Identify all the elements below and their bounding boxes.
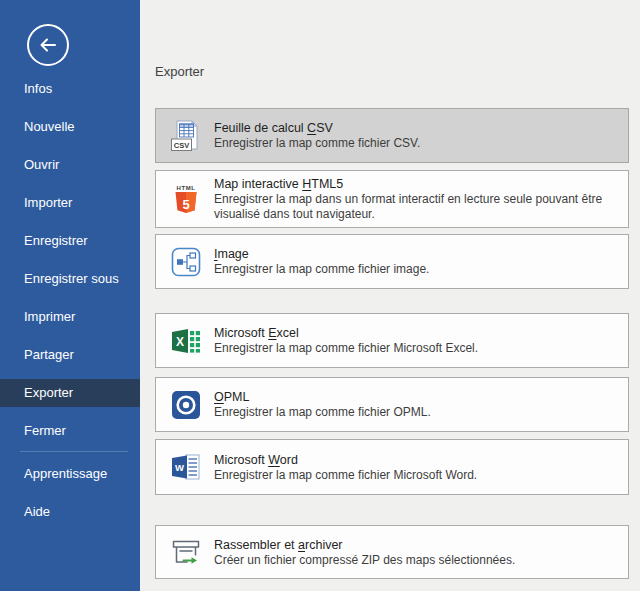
sidebar-item-fermer[interactable]: Fermer	[0, 417, 140, 445]
sidebar-item-infos[interactable]: Infos	[0, 75, 140, 103]
sidebar-divider	[20, 451, 128, 452]
excel-icon: X	[169, 324, 203, 358]
export-option-title: Rassembler et archiver	[214, 537, 515, 553]
sidebar-item-enregistrer[interactable]: Enregistrer	[0, 227, 140, 255]
sidebar-item-apprentissage[interactable]: Apprentissage	[0, 460, 140, 488]
svg-text:W: W	[175, 462, 184, 473]
title-segment: Microsoft	[214, 326, 268, 340]
title-segment: mage	[217, 247, 248, 261]
export-option-description: Enregistrer la map dans un format intera…	[214, 192, 620, 222]
sidebar-item-importer[interactable]: Importer	[0, 189, 140, 217]
export-option-description: Enregistrer la map comme fichier OPML.	[214, 405, 431, 420]
sidebar-item-enregistrer-sous[interactable]: Enregistrer sous	[0, 265, 140, 293]
sidebar-item-imprimer[interactable]: Imprimer	[0, 303, 140, 331]
image-map-icon	[169, 245, 203, 279]
html5-icon: HTML 5	[169, 182, 203, 216]
archive-icon	[169, 535, 203, 569]
page-title: Exporter	[155, 64, 204, 79]
export-option-title: Map interactive HTML5	[214, 176, 620, 192]
title-segment: Microsoft	[214, 453, 268, 467]
title-accelerator: O	[214, 390, 224, 404]
export-options-list: CSV Feuille de calcul CSV Enregistrer la…	[155, 108, 629, 579]
sidebar-item-exporter[interactable]: Exporter	[0, 379, 140, 407]
export-option-image[interactable]: Image Enregistrer la map comme fichier i…	[155, 234, 629, 289]
export-option-html5[interactable]: HTML 5 Map interactive HTML5 Enregistrer…	[155, 170, 629, 228]
export-panel: Exporter	[140, 0, 640, 591]
word-icon: W	[169, 450, 203, 484]
export-option-description: Enregistrer la map comme fichier CSV.	[214, 136, 420, 151]
svg-text:5: 5	[182, 197, 189, 212]
export-option-title: Microsoft Excel	[214, 325, 478, 341]
export-option-opml[interactable]: OPML Enregistrer la map comme fichier OP…	[155, 377, 629, 432]
title-accelerator: W	[268, 453, 280, 467]
csv-file-icon: CSV	[169, 119, 203, 153]
sidebar-item-ouvrir[interactable]: Ouvrir	[0, 151, 140, 179]
export-option-title: Feuille de calcul CSV	[214, 120, 420, 136]
title-segment: PML	[224, 390, 250, 404]
export-option-description: Créer un fichier compressé ZIP des maps …	[214, 553, 515, 568]
title-segment: SV	[316, 121, 333, 135]
sidebar: Infos Nouvelle Ouvrir Importer Enregistr…	[0, 0, 140, 591]
export-option-csv[interactable]: CSV Feuille de calcul CSV Enregistrer la…	[155, 108, 629, 163]
export-option-description: Enregistrer la map comme fichier Microso…	[214, 341, 478, 356]
title-segment: xcel	[277, 326, 299, 340]
title-segment: Feuille de calcul	[214, 121, 307, 135]
export-option-word[interactable]: W Microsoft Word Enregistrer la map comm…	[155, 439, 629, 495]
svg-text:X: X	[176, 334, 184, 348]
export-option-title: Image	[214, 246, 429, 262]
backstage-view: Infos Nouvelle Ouvrir Importer Enregistr…	[0, 0, 640, 591]
title-segment: TML5	[311, 177, 343, 191]
sidebar-menu: Infos Nouvelle Ouvrir Importer Enregistr…	[0, 0, 140, 526]
svg-text:CSV: CSV	[174, 141, 189, 150]
title-segment: ord	[280, 453, 298, 467]
sidebar-item-aide[interactable]: Aide	[0, 498, 140, 526]
export-option-archive[interactable]: Rassembler et archiver Créer un fichier …	[155, 525, 629, 579]
title-segment: rchiver	[305, 538, 343, 552]
svg-text:HTML: HTML	[176, 185, 195, 191]
export-option-title: OPML	[214, 389, 431, 405]
export-option-description: Enregistrer la map comme fichier image.	[214, 262, 429, 277]
title-segment: Map interactive	[214, 177, 302, 191]
export-option-description: Enregistrer la map comme fichier Microso…	[214, 468, 477, 483]
export-option-title: Microsoft Word	[214, 452, 477, 468]
title-accelerator: C	[307, 121, 316, 135]
sidebar-item-partager[interactable]: Partager	[0, 341, 140, 369]
title-accelerator: a	[298, 538, 305, 552]
export-option-excel[interactable]: X Microsoft Excel Enregistrer la map com…	[155, 313, 629, 368]
sidebar-item-nouvelle[interactable]: Nouvelle	[0, 113, 140, 141]
title-accelerator: E	[268, 326, 276, 340]
title-segment: Rassembler et	[214, 538, 298, 552]
opml-icon	[169, 388, 203, 422]
title-accelerator: H	[302, 177, 311, 191]
